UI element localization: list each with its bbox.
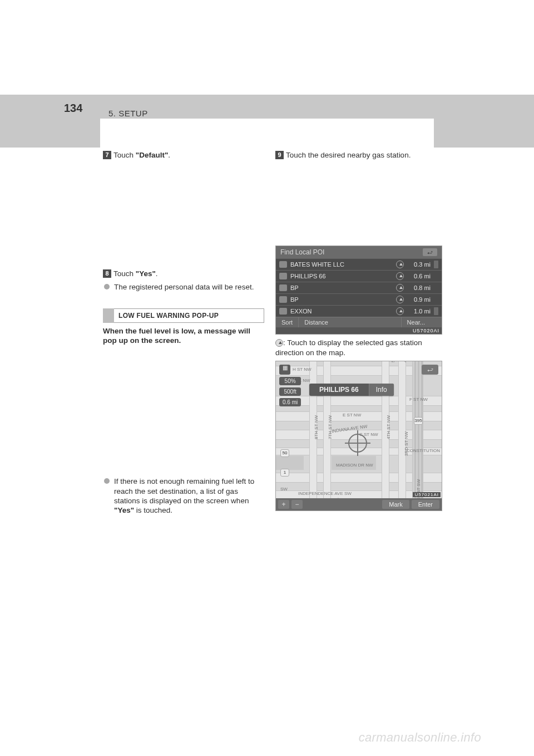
header-white-strip: [100, 119, 434, 148]
left-column: 7Touch "Default". 8Touch "Yes". The regi…: [103, 150, 264, 518]
street-label: 7TH ST NW: [328, 415, 333, 439]
street-label: INDEPENDENCE AVE SW: [298, 491, 352, 496]
low-fuel-heading: LOW FUEL WARNING POP-UP: [103, 308, 264, 323]
heading-text: LOW FUEL WARNING POP-UP: [114, 308, 264, 323]
step-7-quote: "Default": [136, 151, 169, 159]
bullet-dot-icon: [104, 478, 110, 484]
figure-placeholder-1: [103, 163, 264, 269]
poi-distance: 0.8 mi: [408, 284, 431, 291]
poi-distance: 1.0 mi: [408, 308, 431, 315]
poi-title-bar: Find Local POI ⮐: [276, 246, 442, 258]
step-9: 9Touch the desired nearby gas station.: [275, 150, 437, 160]
bullet-quote: "Yes": [114, 506, 134, 514]
poi-balloon-info-button[interactable]: Info: [369, 384, 394, 396]
route-shield-icon: 395: [414, 417, 423, 425]
direction-icon[interactable]: [396, 296, 404, 303]
map-crosshair-icon: [348, 434, 367, 453]
distance-button[interactable]: Distance: [299, 317, 334, 327]
poi-distance: 0.6 mi: [408, 273, 431, 279]
reset-bullet-text: The registered personal data will be res…: [114, 282, 254, 292]
poi-row[interactable]: BP 0.9 mi: [276, 293, 442, 305]
poi-row[interactable]: EXXON 1.0 mi: [276, 305, 442, 317]
heading-lead-block: [103, 308, 114, 323]
zoom-out-button[interactable]: −: [291, 500, 303, 509]
direction-icon[interactable]: [396, 261, 404, 268]
poi-name: EXXON: [290, 308, 396, 315]
brand-icon: [279, 273, 287, 279]
poi-name: PHILLIPS 66: [290, 273, 396, 279]
low-fuel-intro: When the fuel level is low, a message wi…: [103, 326, 264, 346]
step-7: 7Touch "Default".: [103, 150, 264, 160]
sort-button[interactable]: Sort: [276, 317, 299, 327]
poi-row[interactable]: PHILLIPS 66 0.6 mi: [276, 270, 442, 282]
arrow-note-text: : Touch to display the selected gas stat…: [275, 338, 422, 356]
poi-balloon-name: PHILLIPS 66: [309, 384, 369, 396]
figure-placeholder-2: [103, 348, 264, 477]
brand-icon: [279, 284, 287, 291]
direction-icon[interactable]: [396, 272, 404, 280]
back-icon[interactable]: ⮐: [423, 248, 437, 256]
near-button[interactable]: Near...: [401, 317, 442, 327]
map-block: [276, 456, 304, 470]
reset-bullet: The registered personal data will be res…: [103, 282, 264, 292]
street-label: CONSTITUTION: [407, 448, 440, 453]
poi-list-screenshot: Find Local POI ⮐ BATES WHITE LLC 0.3 mi …: [275, 246, 442, 335]
page-number: 134: [64, 102, 82, 115]
map-footer: + − Mark Enter: [276, 498, 442, 510]
brand-icon: [279, 296, 287, 303]
poi-title-text: Find Local POI: [280, 248, 324, 256]
poi-distance: 0.9 mi: [408, 296, 431, 303]
scroll-handle-icon[interactable]: [434, 261, 438, 268]
poi-name: BP: [290, 284, 396, 291]
street-label: 5TH ST NW: [390, 361, 395, 362]
poi-caption: U57020AI: [276, 327, 442, 334]
poi-row[interactable]: BP 0.8 mi: [276, 282, 442, 293]
poi-name: BP: [290, 296, 396, 303]
bullet-text-b: is touched.: [134, 506, 172, 514]
zoom-percent-chip[interactable]: 50%: [279, 377, 301, 385]
zoom-in-button[interactable]: +: [278, 500, 289, 509]
bullet-dot-icon: [104, 284, 110, 289]
street-label: 3RD ST NW: [404, 431, 409, 456]
step-9-text: Touch the desired nearby gas station.: [286, 151, 411, 159]
low-fuel-bullet-text: If there is not enough remaining fuel le…: [114, 477, 264, 515]
mark-button[interactable]: Mark: [382, 500, 409, 509]
poi-distance: 0.3 mi: [408, 261, 431, 268]
route-shield-icon: 50: [280, 449, 289, 457]
street-label: 4TH ST NW: [386, 415, 391, 439]
step-8-text-b: .: [156, 269, 158, 278]
step-7-text-b: .: [168, 151, 170, 159]
arrow-note: : Touch to display the selected gas stat…: [275, 338, 437, 357]
step-8: 8Touch "Yes".: [103, 269, 264, 278]
map-left-controls: ▦ 50% 500ft 0.6 mi: [279, 365, 301, 406]
map-back-icon[interactable]: ⮐: [422, 365, 438, 375]
poi-name: BATES WHITE LLC: [290, 261, 396, 268]
npad-icon[interactable]: ▦: [279, 365, 290, 375]
section-label: 5. SETUP: [108, 109, 148, 118]
step-7-text-a: Touch: [113, 151, 136, 159]
brand-icon: [279, 261, 287, 268]
step-7-badge: 7: [103, 151, 111, 159]
watermark: carmanualsonline.info: [359, 730, 481, 745]
scale-chip[interactable]: 500ft: [279, 387, 301, 396]
direction-arrow-icon: [275, 339, 283, 347]
direction-icon[interactable]: [396, 284, 404, 292]
poi-balloon: PHILLIPS 66 Info: [309, 384, 394, 396]
step-8-text-a: Touch: [113, 269, 136, 278]
street-label: SW: [280, 487, 288, 492]
route-shield-icon: 1: [280, 469, 289, 477]
street-label: 4TH ST N: [403, 361, 408, 362]
figure-placeholder-3: [275, 163, 437, 241]
step-9-badge: 9: [275, 151, 284, 159]
direction-icon[interactable]: [396, 307, 404, 315]
street-label: 8TH ST NW: [314, 415, 319, 439]
poi-footer: Sort Distance Near...: [276, 317, 442, 327]
poi-row[interactable]: BATES WHITE LLC 0.3 mi: [276, 258, 442, 270]
distance-chip[interactable]: 0.6 mi: [279, 398, 301, 406]
enter-button[interactable]: Enter: [412, 500, 439, 509]
low-fuel-bullet: If there is not enough remaining fuel le…: [103, 477, 264, 515]
scroll-handle-icon[interactable]: [434, 307, 438, 315]
step-8-badge: 8: [103, 269, 111, 278]
bullet-text-a: If there is not enough remaining fuel le…: [114, 477, 254, 505]
brand-icon: [279, 308, 287, 315]
